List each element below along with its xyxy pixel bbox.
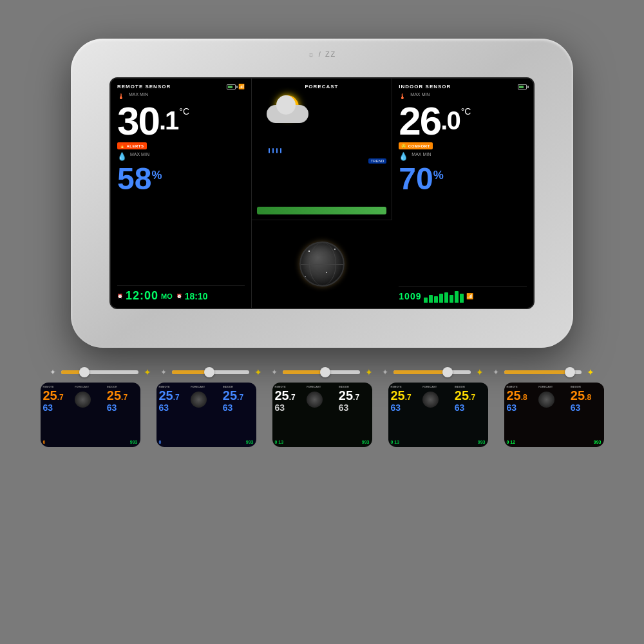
- thumbnail-3: REMOTE 25.7 63 FORECAST INDOOR 25.7 63 0…: [272, 383, 372, 447]
- thumb1-time: 0: [43, 440, 46, 444]
- signal-bars-icon: 📶: [466, 293, 473, 299]
- thumb4-indoor-hum: 63: [455, 402, 486, 413]
- thumbnail-4: REMOTE 25.7 63 FORECAST INDOOR 25.7 63 0…: [388, 383, 488, 447]
- thumb1-indoor-temp: 25.7: [107, 389, 138, 402]
- remote-humidity-unit: %: [151, 169, 162, 182]
- thumb3-forecast-label: FORECAST: [307, 385, 337, 388]
- indoor-sensor-title: INDOOR SENSOR: [399, 84, 451, 90]
- sun-dim-icon-1: ✦: [50, 368, 56, 377]
- thumb1-forecast-label: FORECAST: [75, 385, 106, 388]
- remote-temp-unit: °C: [179, 106, 189, 117]
- sun-bright-icon-1: ✦: [144, 367, 151, 377]
- grass-decoration: [257, 207, 387, 214]
- thumb3-indoor-temp: 25.7: [339, 389, 370, 402]
- thumb5-indoor-hum: 63: [571, 402, 601, 413]
- forecast-panel: FORECAST TREND: [252, 79, 393, 220]
- sun-bright-icon-4: ✦: [476, 367, 484, 377]
- thumb1-forecast: FORECAST: [75, 385, 106, 444]
- alarm-icon: ⏰: [176, 294, 182, 299]
- pressure-display: 1009: [399, 291, 421, 301]
- time-display: 12:00: [126, 289, 158, 303]
- thumb2-remote: REMOTE 25.7 63: [159, 385, 190, 444]
- remote-temp-value: 30.1: [117, 101, 178, 141]
- thumb1-remote: REMOTE 25.7 63: [43, 385, 74, 444]
- thumbnail-2: REMOTE 25.7 63 FORECAST INDOOR 25.7 63 0…: [156, 383, 256, 447]
- wifi-signal-icon: 📶: [238, 84, 245, 90]
- trend-badge: TREND: [368, 158, 387, 164]
- comfort-icon: 😒: [401, 144, 406, 148]
- thumb3-pressure: 993: [362, 440, 370, 444]
- remote-battery-icon: [227, 84, 236, 90]
- thumb2-forecast: FORECAST: [191, 385, 222, 444]
- indoor-humidity-value: 70: [399, 164, 433, 194]
- thumb5-forecast: FORECAST: [538, 385, 569, 444]
- thumb4-indoor: INDOOR 25.7 63: [455, 385, 486, 444]
- comfort-badge: 😒 COMFORT: [399, 142, 432, 149]
- indoor-droplet-icon: 💧: [399, 152, 408, 161]
- day-display: MO: [161, 292, 173, 300]
- brightness-slider-1[interactable]: ✦ ✦: [50, 367, 151, 377]
- forecast-weather-image: [257, 92, 387, 156]
- brightness-sliders-row: ✦ ✦ ✦ ✦ ✦ ✦ ✦: [32, 367, 612, 377]
- sun-dim-icon-3: ✦: [271, 368, 278, 377]
- indoor-temp-unit: °C: [461, 106, 471, 117]
- thumb5-remote: REMOTE 25.8 63: [507, 385, 538, 444]
- thumb3-hum: 63: [275, 402, 306, 413]
- thumb4-remote: REMOTE 25.7 63: [391, 385, 422, 444]
- thumb1-hum: 63: [43, 402, 74, 413]
- indoor-sensor-panel: INDOOR SENSOR 🌡 MAX MIN 26.0 °C 😒 COMFOR…: [392, 79, 533, 308]
- thumb5-pressure: 993: [594, 440, 601, 444]
- brightness-slider-5[interactable]: ✦ ✦: [493, 367, 594, 377]
- thumb2-indoor-temp: 25.7: [223, 389, 254, 402]
- thumb4-temp: 25.7: [391, 389, 422, 402]
- device-thumbnails-row: REMOTE 25.7 63 FORECAST INDOOR 25.7 63 0…: [32, 383, 612, 447]
- remote-humidity-max-min: MAX MIN: [130, 152, 149, 156]
- thumbnail-5: REMOTE 25.8 63 FORECAST INDOOR 25.8 63 0…: [504, 383, 604, 447]
- indoor-battery-icon: [518, 84, 527, 90]
- thumb2-hum: 63: [159, 402, 190, 413]
- thumb4-forecast: FORECAST: [422, 385, 453, 444]
- remote-max-min-label: MAX MIN: [129, 92, 148, 97]
- remote-humidity-display: 58 %: [117, 164, 245, 194]
- thumb5-indoor-temp: 25.8: [571, 389, 601, 402]
- alert-icon: 🔥: [120, 144, 125, 148]
- thumb2-forecast-label: FORECAST: [191, 385, 222, 388]
- thumb3-remote: REMOTE 25.7 63: [275, 385, 306, 444]
- thumb2-time: 0: [159, 440, 162, 444]
- thumb4-time: 0 13: [391, 440, 400, 444]
- weather-station-device: ☼ / ZZ REMOTE SENSOR 📶 🌡 MAX MIN 30.1: [71, 39, 573, 348]
- thumb1-temp: 25.7: [43, 389, 74, 402]
- thumb4-forecast-label: FORECAST: [422, 385, 453, 388]
- thumb5-time: 0 12: [507, 440, 516, 444]
- thumb5-indoor: INDOOR 25.8 63: [571, 385, 601, 444]
- globe-clock-panel: [252, 220, 393, 308]
- thumb3-indoor: INDOOR 25.7 63: [339, 385, 370, 444]
- stars-decoration: [301, 243, 343, 285]
- thumb4-pressure: 993: [478, 440, 486, 444]
- indoor-humidity-max-min: MAX MIN: [412, 152, 431, 156]
- pressure-bar-chart: [424, 290, 464, 303]
- thumb2-temp: 25.7: [159, 389, 190, 402]
- thumb4-indoor-temp: 25.7: [455, 389, 486, 402]
- indoor-humidity-unit: %: [433, 169, 444, 182]
- indoor-temp-value: 26.0: [399, 101, 459, 141]
- globe-icon: [299, 242, 345, 287]
- weather-screen: REMOTE SENSOR 📶 🌡 MAX MIN 30.1 °C: [109, 77, 535, 309]
- brightness-slider-2[interactable]: ✦ ✦: [160, 367, 262, 377]
- clock-icon-small: ⏰: [117, 294, 123, 299]
- thumb2-indoor: INDOOR 25.7 63: [223, 385, 254, 444]
- thumb5-forecast-label: FORECAST: [538, 385, 569, 388]
- thumbnail-1: REMOTE 25.7 63 FORECAST INDOOR 25.7 63 0…: [41, 383, 140, 447]
- device-top-label: ☼ / ZZ: [308, 50, 337, 58]
- remote-temperature-display: 30.1 °C: [117, 101, 245, 141]
- remote-sensor-panel: REMOTE SENSOR 📶 🌡 MAX MIN 30.1 °C: [111, 79, 252, 308]
- thumb3-forecast: FORECAST: [307, 385, 337, 444]
- thumb3-indoor-hum: 63: [339, 402, 370, 413]
- indoor-humidity-display: 70 %: [399, 164, 527, 194]
- thumb4-hum: 63: [391, 402, 422, 413]
- cloud-icon: [267, 105, 308, 123]
- brightness-slider-3[interactable]: ✦ ✦: [271, 367, 373, 377]
- sun-dim-icon-5: ✦: [493, 368, 499, 377]
- alerts-badge: 🔥 ALERTS: [117, 142, 147, 149]
- brightness-slider-4[interactable]: ✦ ✦: [382, 367, 484, 377]
